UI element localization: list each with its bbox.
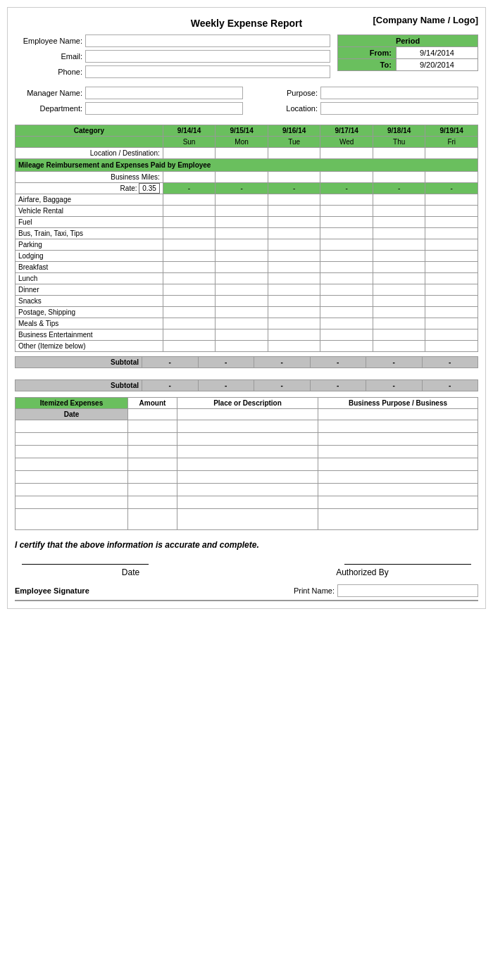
subtotal1-d4: -: [310, 357, 366, 368]
itemized-row: [15, 458, 478, 471]
day-col4: Wed: [320, 137, 373, 148]
date-col5: 9/18/14: [373, 125, 425, 137]
table-row: Airfare, Baggage: [15, 194, 478, 206]
location-d6[interactable]: [425, 148, 478, 159]
itemized-expenses-label: Itemized Expenses: [15, 398, 128, 409]
day-col1: Sun: [163, 137, 216, 148]
date-sig-label: Date: [122, 567, 139, 577]
miles-d1[interactable]: [163, 172, 216, 183]
purpose-label: Purpose:: [250, 89, 320, 97]
purpose-input[interactable]: [320, 87, 478, 99]
mileage-section-header: Mileage Reimbursement and Expenses Paid …: [15, 159, 478, 172]
location-d2[interactable]: [216, 148, 268, 159]
rate-d5: -: [373, 183, 425, 194]
category-header: Category: [15, 125, 163, 137]
subtotal1-row: Subtotal - - - - - -: [15, 357, 478, 368]
subtotal2-d1: -: [142, 380, 199, 391]
subtotal1-d5: -: [366, 357, 423, 368]
location-input[interactable]: [320, 102, 478, 115]
phone-input[interactable]: [85, 65, 330, 78]
report-title: Weekly Expense Report: [127, 15, 366, 29]
itemized-header-row: Itemized Expenses Amount Place or Descri…: [15, 398, 478, 409]
subtotal1-d3: -: [254, 357, 311, 368]
rate-d3: -: [268, 183, 320, 194]
from-date: 9/14/2014: [396, 47, 478, 59]
email-input[interactable]: [85, 50, 330, 63]
mileage-section-label: Mileage Reimbursement and Expenses Paid …: [15, 159, 478, 172]
table-row: Business Entertainment: [15, 329, 478, 341]
subtotal2-label: Subtotal: [15, 380, 142, 391]
date-col3: 9/16/14: [268, 125, 320, 137]
manager-input[interactable]: [85, 87, 243, 99]
itemized-row: [15, 496, 478, 509]
location-d1[interactable]: [163, 148, 216, 159]
location-destination-label: Location / Destination:: [15, 148, 163, 159]
rate-d6: -: [425, 183, 478, 194]
date-header-label: Date: [15, 409, 128, 420]
certification-text: I certify that the above information is …: [15, 540, 478, 550]
subtotal1-label: Subtotal: [15, 357, 142, 368]
rate-d2: -: [216, 183, 268, 194]
amount-label: Amount: [128, 398, 177, 409]
table-row: Lodging: [15, 251, 478, 262]
table-row: Parking: [15, 239, 478, 251]
employee-name-input[interactable]: [85, 34, 330, 47]
company-name: [Company Name / Logo]: [366, 15, 478, 25]
purpose-label: Business Purpose / Business: [318, 398, 478, 409]
to-label: To:: [338, 59, 397, 71]
day-col6: Fri: [425, 137, 478, 148]
business-miles-label: Business Miles:: [15, 172, 163, 183]
subtotal2-d2: -: [198, 380, 254, 391]
signature-section: Date Authorized By Employee Signature Pr…: [15, 564, 478, 601]
location-d4[interactable]: [320, 148, 373, 159]
itemized-row: [15, 433, 478, 446]
business-miles-row: Business Miles:: [15, 172, 478, 183]
to-date: 9/20/2014: [396, 59, 478, 71]
date-col2: 9/15/14: [216, 125, 268, 137]
subtotal2-d4: -: [310, 380, 366, 391]
table-row: Snacks: [15, 296, 478, 307]
itemized-section: Itemized Expenses Amount Place or Descri…: [15, 397, 478, 530]
department-input[interactable]: [85, 102, 243, 115]
table-row: Dinner: [15, 284, 478, 296]
itemized-row: [15, 471, 478, 484]
rate-value: 0.35: [139, 183, 159, 194]
rate-d1: -: [163, 183, 216, 194]
table-row: Vehicle Rental: [15, 206, 478, 217]
subtotal1-d1: -: [142, 357, 199, 368]
subtotal2-row: Subtotal - - - - - -: [15, 380, 478, 391]
table-row: Meals & Tips: [15, 318, 478, 329]
table-row: Lunch: [15, 273, 478, 284]
miles-d2[interactable]: [216, 172, 268, 183]
date-col4: 9/17/14: [320, 125, 373, 137]
manager-label: Manager Name:: [15, 89, 85, 97]
period-header: Period: [338, 35, 478, 47]
print-name-input[interactable]: [337, 584, 478, 597]
location-d5[interactable]: [373, 148, 425, 159]
print-name-label: Print Name:: [294, 586, 335, 595]
miles-d5[interactable]: [373, 172, 425, 183]
itemized-row: [15, 446, 478, 458]
subtotal1-d6: -: [422, 357, 478, 368]
day-col2: Mon: [216, 137, 268, 148]
itemized-date-header-row: Date: [15, 409, 478, 420]
miles-d4[interactable]: [320, 172, 373, 183]
from-label: From:: [338, 47, 397, 59]
day-col5: Thu: [373, 137, 425, 148]
itemized-row: [15, 484, 478, 496]
miles-d6[interactable]: [425, 172, 478, 183]
subtotal2-d6: -: [422, 380, 478, 391]
table-row: Fuel: [15, 217, 478, 228]
phone-label: Phone:: [15, 68, 85, 76]
location-d3[interactable]: [268, 148, 320, 159]
employee-signature-label: Employee Signature: [15, 586, 89, 595]
rate-d4: -: [320, 183, 373, 194]
itemized-row: [15, 420, 478, 433]
email-label: Email:: [15, 52, 85, 61]
place-label: Place or Description: [177, 398, 318, 409]
date-col6: 9/19/14: [425, 125, 478, 137]
subtotal1-d2: -: [198, 357, 254, 368]
authorized-by-label: Authorized By: [336, 567, 389, 577]
rate-row: Rate: 0.35 - - - - - -: [15, 183, 478, 194]
miles-d3[interactable]: [268, 172, 320, 183]
